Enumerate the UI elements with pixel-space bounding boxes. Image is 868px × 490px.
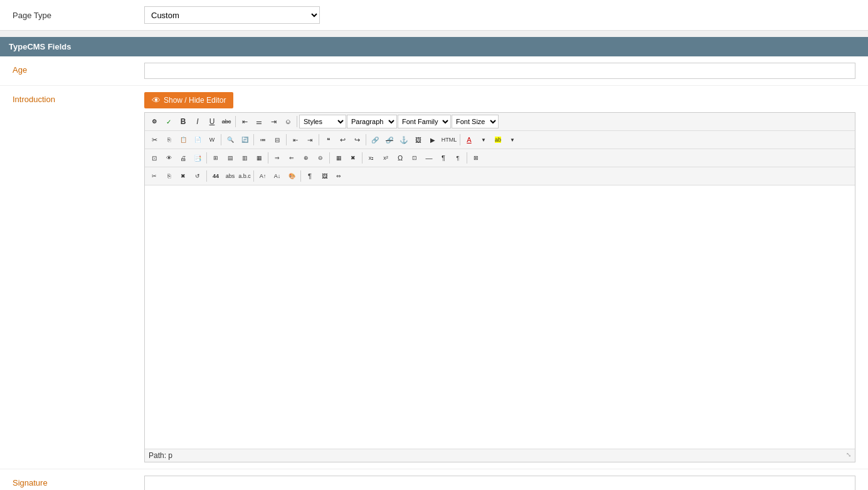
toolbar-templates-btn[interactable]: 📑 [191,151,204,165]
age-field-content [144,63,855,79]
page-type-select[interactable]: Custom Standard Blog Landing [144,6,320,24]
toolbar-align-justify-btn[interactable]: ⎉ [281,115,295,128]
toolbar-inc-indent-btn[interactable]: ⊕ [299,151,313,165]
toolbar-style-btn[interactable]: 🎨 [285,169,299,183]
age-label: Age [13,63,144,75]
toolbar-spellcheck-btn[interactable]: ✓ [162,115,176,128]
toolbar-anchor-btn[interactable]: ⚓ [397,133,411,147]
toolbar-bullet-list-btn[interactable]: ≔ [256,133,270,147]
toolbar-cut-btn[interactable]: ✂ [147,133,161,147]
toolbar-table-row-btn[interactable]: ▤ [223,151,237,165]
toolbar-insert-link-btn[interactable]: 🔗 [368,133,382,147]
toolbar-highlight-arrow-btn[interactable]: ▼ [505,133,519,147]
toolbar-clone-btn[interactable]: ⎘ [162,169,176,183]
toolbar-visual-chars-btn[interactable]: ¶ [451,151,465,165]
toolbar-resize-btn[interactable]: ⇔ [332,169,346,183]
font-size-select[interactable]: Font Size [452,115,499,128]
paragraph-select[interactable]: Paragraph [347,115,397,128]
toolbar-align-left-btn[interactable]: ⇤ [238,115,251,128]
toolbar-horizontal-rule-btn[interactable]: — [422,151,436,165]
toolbar-44-btn[interactable]: 44 [209,169,223,183]
toolbar-outdent-btn[interactable]: ⇤ [288,133,302,147]
resize-handle[interactable]: ⤡ [846,451,851,460]
toolbar-maximize-btn[interactable]: ⊡ [147,151,161,165]
toolbar-table-col-btn[interactable]: ▥ [238,151,251,165]
toolbar-media-btn[interactable]: ▶ [426,133,440,147]
toolbar-image-btn[interactable]: 🖼 [411,133,425,147]
toolbar-print-btn[interactable]: 🖨 [176,151,190,165]
toolbar-ins-table-btn[interactable]: ▦ [332,151,346,165]
toolbar-sep-4 [253,134,254,145]
toolbar-rotate-btn[interactable]: ↺ [191,169,204,183]
toolbar-copy-btn[interactable]: ⎘ [162,133,176,147]
toolbar-paste-btn[interactable]: 📋 [176,133,190,147]
toolbar-highlight-btn[interactable]: ab [491,133,505,147]
font-family-select[interactable]: Font Family [398,115,451,128]
toolbar-img-edit-btn[interactable]: 🖼 [317,169,331,183]
toolbar-font-size-down-btn[interactable]: A↓ [270,169,284,183]
introduction-label: Introduction [13,92,144,104]
toolbar-del-btn[interactable]: ✖ [176,169,190,183]
toolbar-indent-btn[interactable]: ⇥ [303,133,317,147]
toolbar-font-color-arrow-btn[interactable]: ▼ [477,133,490,147]
toolbar-outdent-para-btn[interactable]: ⇐ [285,151,299,165]
toolbar-remove-link-btn[interactable]: 🔗 [383,133,396,147]
toolbar-align-center-btn[interactable]: ⚌ [252,115,266,128]
toolbar-preview-btn[interactable]: 👁 [162,151,176,165]
toolbar-abc-btn[interactable]: a.b.c [238,169,251,183]
toolbar-find-btn[interactable]: 🔍 [223,133,237,147]
eye-icon: 👁 [152,95,161,105]
toolbar-dec-indent-btn[interactable]: ⊖ [314,151,327,165]
styles-select[interactable]: Styles [299,115,346,128]
toolbar-table-cell-btn[interactable]: ▦ [252,151,266,165]
toolbar-sep-6 [319,134,319,145]
toolbar-abs-btn[interactable]: abs [223,169,237,183]
toolbar-font-color-btn[interactable]: A [462,133,476,147]
toolbar-superscript-btn[interactable]: x² [379,151,393,165]
toolbar-row-4: ✂ ⎘ ✖ ↺ 44 abs a.b.c A↑ A↓ 🎨 ¶ 🖼 ⇔ [145,167,855,185]
toolbar-sep-10 [268,152,268,164]
toolbar-del-table-btn[interactable]: ✖ [346,151,360,165]
show-hide-editor-button[interactable]: 👁 Show / Hide Editor [144,92,233,108]
toolbar-align-right-btn[interactable]: ⇥ [267,115,280,128]
toolbar-undo-btn[interactable]: ↩ [336,133,349,147]
section-header: TypeCMS Fields [0,37,868,56]
toolbar-underline-btn[interactable]: U [205,115,219,128]
toolbar-bold-btn[interactable]: B [176,115,190,128]
page-type-label: Page Type [13,11,144,20]
toolbar-replace-btn[interactable]: 🔄 [238,133,251,147]
toolbar-italic-btn[interactable]: I [191,115,204,128]
age-input[interactable] [144,63,855,79]
toolbar-sep-3 [221,134,221,145]
toolbar-sep-14 [206,170,207,182]
toolbar-ordered-list-btn[interactable]: ⊟ [270,133,284,147]
toolbar-font-size-up-btn[interactable]: A↑ [256,169,270,183]
age-field-row: Age [0,56,868,86]
fields-container: Age Introduction 👁 Show / Hide Editor ⚙ … [0,56,868,490]
toolbar-paste-word-btn[interactable]: W [205,133,219,147]
toolbar-redo-btn[interactable]: ↪ [350,133,364,147]
editor-container: ⚙ ✓ B I U abc ⇤ ⚌ ⇥ ⎉ Styles Pa [144,112,855,462]
toolbar-blockquote-btn[interactable]: ❝ [321,133,335,147]
editor-path-bar: Path: p ⤡ [145,449,855,462]
toolbar-html-btn[interactable]: HTML [440,133,458,147]
toolbar-pagebreak-btn[interactable]: ⊠ [469,151,483,165]
toolbar-crop-btn[interactable]: ✂ [147,169,161,183]
toolbar-show-blocks-btn[interactable]: ¶ [437,151,450,165]
toolbar-para-mark-btn[interactable]: ¶ [303,169,317,183]
toolbar-sep-15 [253,170,254,182]
toolbar-iframe-btn[interactable]: ⊡ [408,151,421,165]
toolbar-source-btn[interactable]: ⚙ [147,115,161,128]
toolbar-sep-1 [235,116,236,127]
signature-input[interactable] [144,476,855,490]
toolbar-special-char-btn[interactable]: Ω [393,151,407,165]
toolbar-row-1: ⚙ ✓ B I U abc ⇤ ⚌ ⇥ ⎉ Styles Pa [145,113,855,131]
toolbar-indent-para-btn[interactable]: ⇒ [270,151,284,165]
editor-content-area[interactable] [145,185,855,449]
toolbar-subscript-btn[interactable]: x₂ [364,151,378,165]
signature-field-row: Signature [0,469,868,490]
toolbar-strike-btn[interactable]: abc [220,115,233,128]
toolbar-table-btn[interactable]: ⊞ [209,151,223,165]
signature-label: Signature [13,476,144,487]
toolbar-paste-text-btn[interactable]: 📄 [191,133,204,147]
